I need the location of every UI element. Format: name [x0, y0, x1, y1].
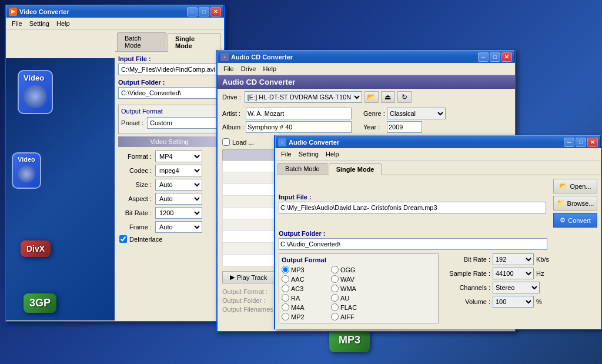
3gp-badge: 3GP	[24, 293, 56, 313]
radio-ac3-label: AC3	[291, 285, 303, 292]
artist-album-section: Artist : Album : Genre : Classical Year …	[218, 105, 515, 137]
artist-input[interactable]	[246, 108, 352, 119]
bitrate-label: Bit Rate :	[119, 209, 152, 216]
radio-aiff-input[interactable]	[331, 313, 339, 320]
audio-cd-menu-help[interactable]: Help	[259, 64, 280, 74]
radio-ac3-input[interactable]	[282, 285, 289, 292]
browse-button[interactable]: 📁 Browse...	[553, 196, 597, 211]
video-setting-header: Video Setting	[118, 136, 220, 147]
ac-menu-help[interactable]: Help	[322, 149, 343, 159]
radio-aac-input[interactable]	[282, 275, 289, 283]
frame-row: Frame : Auto 25 30	[119, 221, 219, 233]
audio-cd-header: Audio CD Converter	[218, 75, 515, 89]
minimize-button[interactable]: ─	[187, 7, 198, 16]
play-track-label: Play Track	[237, 274, 267, 281]
drive-select[interactable]: [E:] HL-DT-ST DVDRAM GSA-T10N PR03	[245, 91, 362, 103]
aspect-label: Aspect :	[119, 195, 152, 202]
ac-input-file[interactable]	[279, 202, 546, 213]
input-file-label: Input File :	[118, 55, 220, 62]
radio-flac-input[interactable]	[331, 303, 339, 311]
ac-output-folder-row: Output Folder :	[279, 230, 597, 250]
audio-cd-close[interactable]: ✕	[501, 52, 512, 62]
channels-setting-label: Channels :	[443, 284, 490, 291]
drive-btn-refresh[interactable]: ↻	[397, 91, 412, 103]
format-select[interactable]: MP4 AVI WMV	[155, 151, 202, 162]
ac-menu-file[interactable]: File	[277, 149, 295, 159]
audio-converter-title: Audio Converter	[289, 139, 564, 146]
maximize-button[interactable]: □	[199, 7, 209, 16]
aspect-select[interactable]: Auto 4:3 16:9	[155, 193, 202, 205]
volume-setting-label: Volume :	[443, 298, 490, 305]
drive-btn-open[interactable]: 📂	[364, 91, 379, 103]
preset-input[interactable]	[147, 117, 218, 129]
radio-wma-input[interactable]	[331, 285, 339, 292]
deinterlace-checkbox[interactable]	[119, 235, 127, 243]
volume-select[interactable]: 100 80 120	[493, 296, 534, 308]
radio-aiff-label: AIFF	[340, 313, 354, 320]
tab-batch-mode[interactable]: Batch Mode	[117, 32, 166, 51]
genre-select[interactable]: Classical	[387, 108, 446, 119]
tab-single-mode[interactable]: Single Mode	[168, 33, 220, 52]
menu-file[interactable]: File	[8, 19, 26, 28]
audio-cd-menu-drive[interactable]: Drive	[238, 64, 260, 74]
channels-select[interactable]: Stereo Mono	[493, 282, 540, 293]
artist-field: Artist :	[222, 108, 352, 119]
radio-wav-input[interactable]	[331, 275, 339, 283]
samplerate-setting: Sample Rate : 44100 22050 48000 Hz	[443, 268, 597, 279]
browse-label: Browse...	[567, 200, 594, 207]
year-input[interactable]	[387, 121, 422, 133]
radio-mp2-input[interactable]	[282, 313, 289, 320]
radio-au-input[interactable]	[331, 294, 339, 302]
radio-au-label: AU	[340, 295, 349, 302]
ac-output-folder[interactable]	[279, 238, 547, 250]
samplerate-select[interactable]: 44100 22050 48000	[493, 268, 534, 279]
audio-cd-maximize[interactable]: □	[490, 52, 500, 62]
convert-label: Convert	[568, 217, 591, 224]
bitrate-select[interactable]: 1200 800 1500	[155, 207, 202, 219]
ac-tab-batch[interactable]: Batch Mode	[277, 163, 327, 175]
convert-button[interactable]: ⚙ Convert	[553, 213, 597, 228]
play-track-button[interactable]: ▶ Play Track	[222, 271, 275, 283]
ac-input-label: Input File :	[279, 193, 546, 201]
load-checkbox[interactable]	[222, 138, 230, 146]
ac-output-label: Output Folder :	[279, 230, 597, 237]
video-badge-2: Video	[12, 152, 41, 189]
drive-row: Drive : [E:] HL-DT-ST DVDRAM GSA-T10N PR…	[218, 89, 515, 105]
menu-help[interactable]: Help	[53, 19, 73, 28]
output-folder-input[interactable]	[118, 87, 220, 99]
output-filenames-label: Output Filenames :	[222, 306, 281, 313]
radio-ogg-input[interactable]	[331, 266, 339, 273]
album-input[interactable]	[246, 121, 352, 133]
close-button[interactable]: ✕	[210, 7, 221, 16]
samplerate-setting-label: Sample Rate :	[443, 270, 490, 277]
output-folder-label: Output Folder :	[118, 79, 220, 86]
input-file-input[interactable]	[118, 64, 220, 75]
radio-mp3-input[interactable]	[282, 266, 289, 273]
ac-menubar: File Setting Help	[275, 148, 601, 161]
codec-select[interactable]: mpeg4 h264	[155, 165, 202, 176]
radio-m4a-input[interactable]	[282, 303, 289, 311]
ac-maximize[interactable]: □	[576, 138, 586, 147]
open-button[interactable]: 📂 Open...	[553, 179, 597, 193]
size-select[interactable]: Auto 640x480	[155, 179, 202, 191]
bitrate-setting-select[interactable]: 192 128 256 320	[493, 253, 534, 265]
audio-cd-minimize[interactable]: ─	[478, 52, 489, 62]
radio-ogg-label: OGG	[340, 266, 356, 273]
ac-minimize[interactable]: ─	[564, 138, 574, 147]
radio-ra-label: RA	[291, 295, 300, 302]
frame-label: Frame :	[119, 223, 152, 231]
audio-cd-menubar: File Drive Help	[218, 63, 515, 75]
audio-cd-menu-file[interactable]: File	[220, 64, 238, 74]
ac-menu-setting[interactable]: Setting	[295, 149, 322, 159]
open-icon: 📂	[559, 182, 567, 190]
frame-select[interactable]: Auto 25 30	[155, 221, 202, 233]
drive-btn-eject[interactable]: ⏏	[381, 91, 395, 103]
menu-setting[interactable]: Setting	[26, 19, 53, 28]
ac-tab-single[interactable]: Single Mode	[329, 163, 382, 175]
titlebar-buttons: ─ □ ✕	[187, 7, 221, 16]
video-disc-2	[18, 165, 35, 183]
ac-close[interactable]: ✕	[587, 138, 598, 147]
radio-ra-input[interactable]	[282, 294, 289, 302]
ac-right-buttons: 📂 Open... 📁 Browse... ⚙ Convert	[550, 179, 597, 228]
audio-cd-titlebar: ♪ Audio CD Converter ─ □ ✕	[218, 50, 515, 63]
